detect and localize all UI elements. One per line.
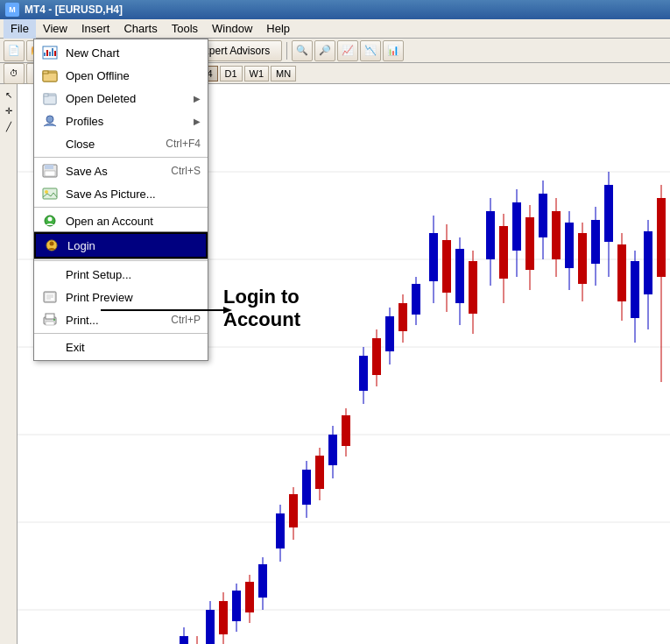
svg-rect-65	[565, 223, 574, 268]
menu-item-login[interactable]: Login	[34, 232, 208, 258]
separator-b	[34, 207, 208, 208]
new-chart-label: New Chart	[66, 46, 201, 60]
menu-item-print[interactable]: Print... Ctrl+P	[34, 308, 208, 331]
open-deleted-icon	[41, 90, 59, 106]
svg-rect-35	[359, 356, 368, 391]
separator-a	[34, 157, 208, 158]
open-deleted-arrow: ▶	[194, 94, 201, 103]
svg-rect-110	[46, 314, 54, 319]
menu-charts[interactable]: Charts	[116, 19, 164, 39]
close-shortcut: Ctrl+F4	[166, 138, 201, 150]
profiles-arrow: ▶	[194, 117, 201, 126]
svg-rect-97	[45, 171, 55, 176]
print-preview-icon	[41, 289, 59, 305]
save-as-icon	[41, 163, 59, 179]
login-label: Login	[67, 239, 199, 252]
svg-rect-39	[385, 316, 394, 351]
print-setup-icon	[41, 266, 59, 282]
exit-label: Exit	[66, 341, 201, 354]
svg-rect-61	[539, 194, 547, 237]
tf-tool-btn[interactable]: ⏱	[4, 63, 25, 84]
menu-item-open-deleted[interactable]: Open Deleted ▶	[34, 87, 208, 110]
chart-btn-1[interactable]: 📈	[337, 40, 358, 61]
tf-d1[interactable]: D1	[220, 66, 243, 81]
close-menu-icon	[41, 136, 59, 152]
zoom-out-btn[interactable]: 🔎	[314, 40, 335, 61]
print-icon	[41, 312, 59, 328]
svg-rect-59	[525, 217, 534, 270]
left-sidebar: ↖ ✛ ╱	[0, 84, 18, 644]
menu-item-open-account[interactable]: Open an Account	[34, 209, 208, 232]
zoom-in-btn[interactable]: 🔍	[292, 40, 313, 61]
login-icon	[43, 237, 60, 253]
menu-insert[interactable]: Insert	[74, 19, 117, 39]
separator-3	[286, 42, 287, 60]
svg-rect-27	[302, 470, 311, 505]
annotation-container: Login to Account	[223, 286, 300, 332]
separator-d	[34, 333, 208, 334]
menu-window[interactable]: Window	[205, 19, 259, 39]
menu-tools[interactable]: Tools	[165, 19, 205, 39]
print-shortcut: Ctrl+P	[171, 314, 201, 326]
new-chart-icon	[41, 45, 59, 60]
svg-rect-13	[206, 610, 215, 644]
svg-rect-29	[315, 456, 324, 489]
tf-w1[interactable]: W1	[244, 66, 270, 81]
svg-rect-98	[43, 188, 57, 199]
svg-rect-25	[289, 494, 298, 527]
save-as-shortcut: Ctrl+S	[171, 165, 201, 177]
window-title: MT4 - [EURUSD,H4]	[25, 4, 123, 16]
chart-btn-2[interactable]: 📉	[360, 40, 381, 61]
svg-rect-75	[631, 261, 639, 318]
svg-rect-63	[552, 211, 561, 259]
svg-rect-51	[469, 261, 477, 314]
profiles-label: Profiles	[66, 115, 187, 128]
app-icon: M	[5, 3, 19, 17]
save-picture-icon	[41, 186, 59, 202]
exit-icon	[41, 339, 59, 355]
svg-point-112	[53, 319, 55, 321]
menu-help[interactable]: Help	[259, 19, 297, 39]
svg-rect-53	[486, 211, 495, 259]
sidebar-crosshair[interactable]: ✛	[2, 103, 16, 117]
svg-rect-21	[258, 564, 267, 598]
svg-point-94	[46, 116, 53, 123]
menu-item-save-picture[interactable]: Save As Picture...	[34, 182, 208, 205]
menu-view[interactable]: View	[36, 19, 74, 39]
menu-item-new-chart[interactable]: New Chart	[34, 41, 208, 64]
new-chart-btn[interactable]: 📄	[4, 40, 25, 61]
save-picture-label: Save As Picture...	[66, 188, 201, 201]
menu-file[interactable]: File	[4, 19, 36, 39]
svg-rect-93	[44, 94, 48, 96]
chart-btn-3[interactable]: 📊	[383, 40, 404, 61]
menu-item-exit[interactable]: Exit	[34, 336, 208, 358]
svg-point-101	[48, 217, 53, 222]
sidebar-cursor[interactable]: ↖	[2, 88, 16, 102]
menu-item-profiles[interactable]: Profiles ▶	[34, 110, 208, 132]
svg-point-99	[45, 190, 48, 194]
menu-item-save-as[interactable]: Save As Ctrl+S	[34, 159, 208, 182]
sidebar-line[interactable]: ╱	[2, 119, 16, 133]
profiles-icon	[41, 113, 59, 129]
menu-item-close[interactable]: Close Ctrl+F4	[34, 132, 208, 155]
svg-rect-79	[657, 198, 666, 277]
svg-rect-47	[442, 240, 451, 293]
tf-mn[interactable]: MN	[271, 66, 296, 81]
svg-point-103	[50, 242, 54, 246]
svg-rect-69	[591, 220, 600, 264]
svg-rect-33	[342, 415, 350, 446]
menu-item-print-setup[interactable]: Print Setup...	[34, 263, 208, 286]
open-offline-icon	[41, 67, 59, 83]
svg-rect-77	[644, 231, 652, 294]
svg-rect-90	[43, 71, 48, 74]
svg-rect-73	[617, 244, 626, 301]
svg-rect-67	[578, 233, 587, 284]
svg-rect-43	[412, 284, 420, 315]
menu-item-print-preview[interactable]: Print Preview	[34, 286, 208, 308]
svg-rect-37	[372, 338, 381, 375]
file-dropdown-menu: New Chart Open Offline Open Deleted ▶	[33, 39, 208, 361]
menu-item-open-offline[interactable]: Open Offline	[34, 64, 208, 87]
save-as-label: Save As	[66, 165, 146, 178]
close-label: Close	[66, 138, 141, 151]
open-offline-label: Open Offline	[66, 69, 201, 82]
